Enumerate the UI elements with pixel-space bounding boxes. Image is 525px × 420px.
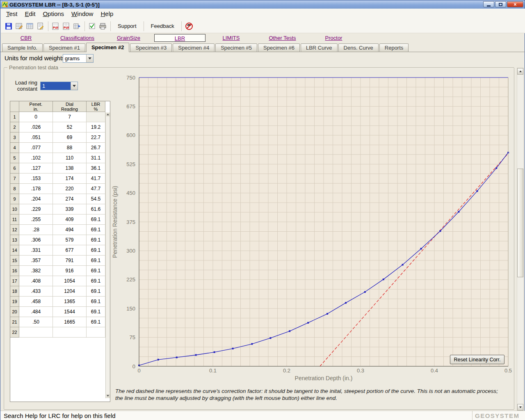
table-cell[interactable]: 677 (53, 245, 87, 256)
table-cell[interactable]: .357 (19, 256, 53, 266)
table-cell[interactable]: 69.1 (87, 225, 105, 235)
module-link-proctor[interactable]: Proctor (308, 34, 359, 42)
table-cell[interactable] (87, 112, 105, 122)
chevron-down-icon[interactable] (71, 82, 78, 90)
tab-specimen-5[interactable]: Specimen #5 (215, 43, 257, 52)
table-cell[interactable]: 19.2 (87, 122, 105, 132)
chevron-down-icon[interactable] (86, 55, 93, 62)
scroll-down-button[interactable] (517, 404, 523, 411)
table-cell[interactable]: .484 (19, 307, 53, 317)
table-cell[interactable]: 274 (53, 194, 87, 204)
table-cell[interactable]: 69.1 (87, 215, 105, 225)
table-cell[interactable]: 47.7 (87, 184, 105, 194)
tab-specimen-2[interactable]: Specimen #2 (86, 43, 130, 52)
table-cell[interactable]: .28 (19, 225, 53, 235)
tab-specimen-4[interactable]: Specimen #4 (173, 43, 215, 52)
table-cell[interactable]: 69.1 (87, 276, 105, 286)
table-cell[interactable]: 1544 (53, 307, 87, 317)
table-cell[interactable]: 69.1 (87, 317, 105, 327)
close-button[interactable]: × (507, 1, 523, 7)
table-cell[interactable]: 1365 (53, 297, 87, 307)
checklist-icon[interactable] (87, 21, 98, 32)
table-cell[interactable]: 22.7 (87, 132, 105, 143)
table-cell[interactable]: 69.1 (87, 266, 105, 276)
table-cell[interactable]: 409 (53, 215, 87, 225)
grid-view-icon[interactable] (25, 21, 35, 32)
support-button[interactable]: Support (113, 21, 142, 32)
table-cell[interactable]: 1054 (53, 276, 87, 286)
export-grid-icon[interactable] (72, 21, 82, 32)
table-cell[interactable]: 110 (53, 153, 87, 163)
table-cell[interactable]: 52 (53, 122, 87, 132)
tab-dens-curve[interactable]: Dens. Curve (338, 43, 379, 52)
table-cell[interactable]: 69.1 (87, 307, 105, 317)
table-cell[interactable]: .102 (19, 153, 53, 163)
table-cell[interactable]: 69.1 (87, 297, 105, 307)
table-cell[interactable]: 69.1 (87, 245, 105, 256)
table-cell[interactable]: 0 (19, 112, 53, 122)
table-cell[interactable]: 174 (53, 173, 87, 184)
table-cell[interactable]: 69.1 (87, 286, 105, 297)
table-cell[interactable]: 69.1 (87, 235, 105, 245)
table-cell[interactable]: 36.1 (87, 163, 105, 173)
module-link-lbr[interactable]: LBR (154, 34, 205, 42)
table-cell[interactable]: .051 (19, 132, 53, 143)
table-cell[interactable]: 791 (53, 256, 87, 266)
menu-item-options[interactable]: Options (39, 9, 68, 19)
vertical-scrollbar[interactable] (517, 68, 524, 411)
table-cell[interactable] (53, 327, 87, 338)
table-cell[interactable]: 579 (53, 235, 87, 245)
table-cell[interactable]: 61.6 (87, 204, 105, 215)
tab-sample-info[interactable]: Sample Info. (2, 43, 43, 52)
notes-icon[interactable] (35, 21, 46, 32)
table-cell[interactable]: 220 (53, 184, 87, 194)
load-ring-constant-dropdown[interactable]: 1 (40, 82, 78, 90)
menu-item-window[interactable]: Window (68, 9, 97, 19)
table-cell[interactable]: 88 (53, 143, 87, 153)
table-cell[interactable]: .127 (19, 163, 53, 173)
table-scrollbar[interactable] (105, 112, 110, 398)
module-link-limits[interactable]: LIMITS (205, 34, 257, 42)
table-cell[interactable]: 26.7 (87, 143, 105, 153)
tab-reports[interactable]: Reports (379, 43, 409, 52)
table-cell[interactable] (87, 327, 105, 338)
tab-specimen-6[interactable]: Specimen #6 (258, 43, 300, 52)
table-cell[interactable]: 7 (53, 112, 87, 122)
scroll-up-button[interactable] (517, 68, 523, 75)
grid-edit-icon[interactable] (14, 21, 25, 32)
table-cell[interactable]: .408 (19, 276, 53, 286)
table-cell[interactable]: .229 (19, 204, 53, 215)
table-cell[interactable]: .382 (19, 266, 53, 276)
feedback-button[interactable]: Feedback (146, 21, 179, 32)
table-cell[interactable]: .50 (19, 317, 53, 327)
table-cell[interactable]: 1204 (53, 286, 87, 297)
module-link-cbr[interactable]: CBR (0, 34, 52, 42)
table-cell[interactable]: 31.1 (87, 153, 105, 163)
table-cell[interactable]: .255 (19, 215, 53, 225)
table-cell[interactable]: 494 (53, 225, 87, 235)
table-cell[interactable]: .458 (19, 297, 53, 307)
table-cell[interactable]: 916 (53, 266, 87, 276)
table-cell[interactable]: .178 (19, 184, 53, 194)
tab-specimen-3[interactable]: Specimen #3 (130, 43, 172, 52)
save-icon[interactable] (3, 21, 14, 32)
table-scroll-up-icon[interactable] (106, 113, 110, 116)
tab-lbr-curve[interactable]: LBR Curve (301, 43, 338, 52)
module-link-grainsize[interactable]: GrainSize (103, 34, 154, 42)
table-cell[interactable]: 1665 (53, 317, 87, 327)
table-cell[interactable]: .153 (19, 173, 53, 184)
units-dropdown[interactable]: grams (63, 54, 94, 63)
table-cell[interactable]: .077 (19, 143, 53, 153)
scrollbar-thumb[interactable] (517, 169, 523, 277)
table-cell[interactable]: 138 (53, 163, 87, 173)
menu-item-edit[interactable]: Edit (21, 9, 39, 19)
table-cell[interactable]: .331 (19, 245, 53, 256)
reset-linearity-button[interactable]: Reset Linearity Corr. (450, 355, 504, 364)
table-cell[interactable]: .204 (19, 194, 53, 204)
table-cell[interactable]: .306 (19, 235, 53, 245)
module-link-classifications[interactable]: Classifications (52, 34, 103, 42)
pdf-grid-icon[interactable]: Pdf (61, 21, 72, 32)
table-cell[interactable]: 41.7 (87, 173, 105, 184)
table-cell[interactable]: 54.5 (87, 194, 105, 204)
maximize-button[interactable] (495, 1, 506, 7)
